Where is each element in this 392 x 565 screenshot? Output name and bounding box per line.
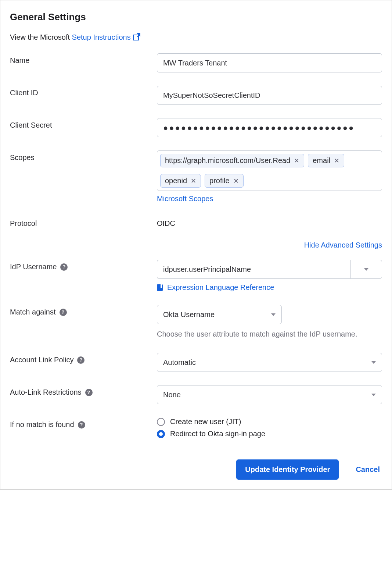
chevron-down-icon xyxy=(371,361,376,364)
chevron-down-icon xyxy=(271,313,276,316)
close-icon[interactable]: ✕ xyxy=(233,178,239,184)
hide-advanced-settings-link[interactable]: Hide Advanced Settings xyxy=(304,241,382,249)
scopes-input[interactable]: https://graph.microsoft.com/User.Read ✕ … xyxy=(157,150,382,191)
scope-tag-label: https://graph.microsoft.com/User.Read xyxy=(165,156,290,165)
intro-line: View the Microsoft Setup Instructions xyxy=(10,33,382,42)
account-link-policy-select[interactable]: Automatic xyxy=(157,353,382,372)
no-match-option-jit[interactable]: Create new user (JIT) xyxy=(157,417,382,426)
close-icon[interactable]: ✕ xyxy=(334,157,339,164)
no-match-option-jit-label: Create new user (JIT) xyxy=(170,417,241,426)
microsoft-scopes-link[interactable]: Microsoft Scopes xyxy=(157,195,213,203)
scopes-label: Scopes xyxy=(10,150,157,162)
cancel-button[interactable]: Cancel xyxy=(353,465,382,474)
idp-username-label: IdP Username xyxy=(10,263,57,271)
external-link-icon xyxy=(133,35,139,40)
close-icon[interactable]: ✕ xyxy=(294,157,299,164)
update-identity-provider-button[interactable]: Update Identity Provider xyxy=(236,459,339,480)
scope-tag[interactable]: email ✕ xyxy=(308,154,344,167)
close-icon[interactable]: ✕ xyxy=(191,178,196,184)
chevron-down-icon xyxy=(371,394,376,396)
help-icon[interactable]: ? xyxy=(85,389,93,396)
scope-tag-label: profile xyxy=(209,177,229,185)
auto-link-restrictions-select[interactable]: None xyxy=(157,385,382,404)
expression-language-reference-link[interactable]: Expression Language Reference xyxy=(167,283,274,292)
radio-icon[interactable] xyxy=(157,418,165,426)
help-icon[interactable]: ? xyxy=(60,263,68,271)
idp-username-dropdown-button[interactable] xyxy=(350,260,382,279)
match-against-helper: Choose the user attribute to match again… xyxy=(157,328,382,340)
protocol-label: Protocol xyxy=(10,216,157,228)
match-against-value: Okta Username xyxy=(163,310,215,319)
no-match-label: If no match is found xyxy=(10,420,74,429)
help-icon[interactable]: ? xyxy=(60,309,67,316)
scope-tag-label: openid xyxy=(165,177,187,185)
client-secret-label: Client Secret xyxy=(10,118,157,129)
scope-tag[interactable]: https://graph.microsoft.com/User.Read ✕ xyxy=(160,154,304,167)
account-link-policy-value: Automatic xyxy=(163,358,196,367)
protocol-value: OIDC xyxy=(157,216,382,228)
help-icon[interactable]: ? xyxy=(78,421,85,429)
auto-link-restrictions-value: None xyxy=(163,391,181,399)
client-id-label: Client ID xyxy=(10,86,157,97)
match-against-label: Match against xyxy=(10,308,56,316)
account-link-policy-label: Account Link Policy xyxy=(10,356,73,364)
general-settings-panel: General Settings View the Microsoft Setu… xyxy=(0,0,392,490)
client-id-input[interactable] xyxy=(157,86,382,105)
page-title: General Settings xyxy=(10,11,382,23)
auto-link-restrictions-label: Auto-Link Restrictions xyxy=(10,388,82,397)
scope-tag[interactable]: openid ✕ xyxy=(160,174,201,188)
no-match-option-redirect[interactable]: Redirect to Okta sign-in page xyxy=(157,430,382,438)
chevron-down-icon xyxy=(364,268,368,271)
intro-prefix: View the Microsoft xyxy=(10,33,72,41)
setup-instructions-link[interactable]: Setup Instructions xyxy=(72,33,139,41)
book-icon xyxy=(157,284,163,291)
name-input[interactable] xyxy=(157,53,382,72)
client-secret-input[interactable]: ●●●●●●●●●●●●●●●●●●●●●●●●●●●●●●●● xyxy=(157,118,382,137)
help-icon[interactable]: ? xyxy=(77,356,84,364)
name-label: Name xyxy=(10,53,157,65)
no-match-option-redirect-label: Redirect to Okta sign-in page xyxy=(170,430,265,438)
match-against-select[interactable]: Okta Username xyxy=(157,305,282,324)
scope-tag[interactable]: profile ✕ xyxy=(205,174,243,188)
scope-tag-label: email xyxy=(313,156,330,165)
idp-username-combo[interactable] xyxy=(157,260,382,279)
radio-icon[interactable] xyxy=(157,430,165,438)
idp-username-input[interactable] xyxy=(157,260,350,279)
